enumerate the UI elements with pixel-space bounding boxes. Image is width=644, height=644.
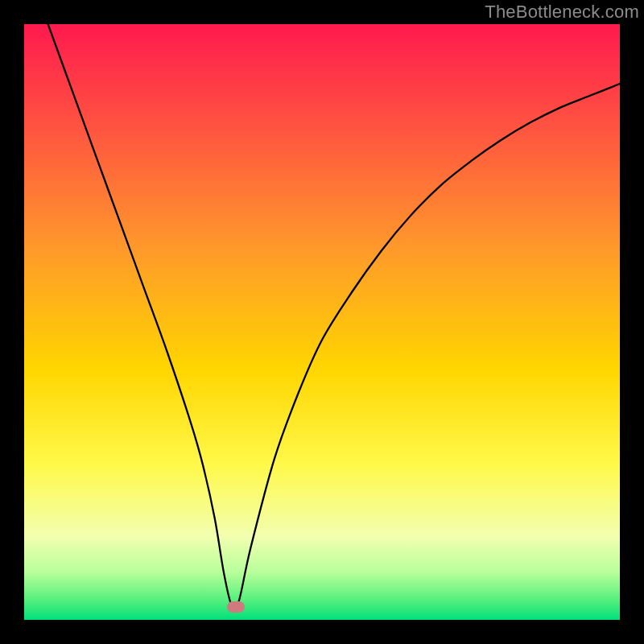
chart-frame: TheBottleneck.com — [0, 0, 644, 644]
watermark-text: TheBottleneck.com — [485, 2, 639, 23]
plot-area — [24, 24, 620, 620]
bottleneck-curve — [24, 24, 620, 620]
optimal-point-marker — [227, 601, 245, 613]
